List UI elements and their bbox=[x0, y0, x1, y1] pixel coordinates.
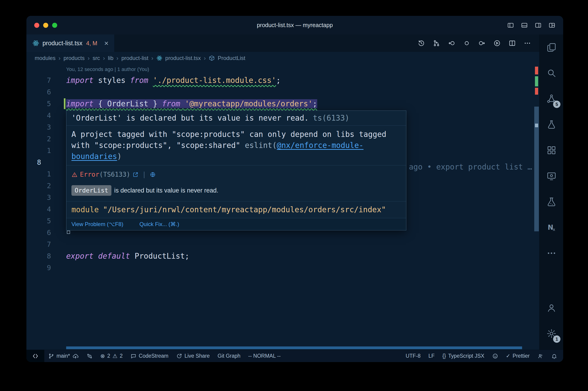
line-number[interactable]: 7 bbox=[26, 240, 66, 248]
person-broadcast-icon bbox=[537, 353, 543, 359]
smiley-icon bbox=[492, 353, 498, 359]
code-line[interactable]: 9 bbox=[26, 262, 539, 274]
bell-icon bbox=[551, 353, 557, 359]
line-number[interactable]: 4 bbox=[26, 111, 66, 119]
activity-testing[interactable] bbox=[540, 112, 563, 137]
line-number[interactable]: 6 bbox=[26, 229, 66, 237]
svg-text:x: x bbox=[553, 227, 555, 232]
activity-search[interactable] bbox=[540, 60, 563, 86]
code-line[interactable]: 8export default ProductList; bbox=[26, 250, 539, 262]
close-button[interactable] bbox=[34, 23, 39, 28]
error-label: Error bbox=[80, 171, 99, 178]
hover-actions: View Problem (⌥F8) Quick Fix... (⌘.) bbox=[66, 218, 406, 230]
code-line[interactable]: 6 bbox=[26, 86, 539, 98]
remote-indicator[interactable] bbox=[26, 350, 44, 362]
account-icon bbox=[546, 303, 557, 313]
activity-extensions[interactable] bbox=[540, 137, 563, 163]
language-status[interactable]: {} TypeScript JSX bbox=[438, 350, 488, 362]
presence-status[interactable] bbox=[534, 350, 547, 362]
tab-close-icon[interactable]: × bbox=[104, 39, 109, 47]
compare-status[interactable] bbox=[83, 350, 96, 362]
line-number[interactable]: 3 bbox=[26, 123, 66, 131]
window-title: product-list.tsx — myreactapp bbox=[26, 22, 563, 28]
chevron-right-icon: › bbox=[87, 55, 89, 62]
live-share-status[interactable]: Live Share bbox=[172, 350, 214, 362]
activity-accounts[interactable] bbox=[540, 295, 563, 321]
code-line[interactable]: 7 bbox=[26, 238, 539, 250]
tab-product-list[interactable]: product-list.tsx 4, M × bbox=[26, 34, 115, 52]
breadcrumb-item[interactable]: ProductList bbox=[218, 55, 245, 61]
navigate-back-icon[interactable] bbox=[448, 39, 455, 47]
line-number[interactable]: 8 bbox=[26, 252, 66, 260]
braces-icon: {} bbox=[442, 353, 446, 359]
warnings-icon: ⚠ bbox=[113, 353, 118, 359]
prettier-status[interactable]: ✓ Prettier bbox=[502, 350, 534, 362]
line-number[interactable]: 1 bbox=[26, 147, 66, 155]
breadcrumb-item[interactable]: product-list bbox=[121, 55, 148, 61]
activity-settings[interactable]: 1 bbox=[540, 321, 563, 346]
activity-remote-explorer[interactable] bbox=[540, 163, 563, 189]
globe-icon[interactable] bbox=[150, 172, 156, 178]
encoding-status[interactable]: UTF-8 bbox=[402, 350, 424, 362]
line-number[interactable]: 8 bbox=[26, 158, 66, 166]
line-number[interactable]: 6 bbox=[26, 88, 66, 96]
open-external-icon[interactable] bbox=[133, 172, 139, 178]
run-icon[interactable] bbox=[493, 39, 501, 47]
view-problem-action[interactable]: View Problem (⌥F8) bbox=[72, 220, 123, 228]
codestream-status[interactable]: CodeStream bbox=[127, 350, 172, 362]
search-icon bbox=[546, 68, 557, 78]
line-number[interactable]: 5 bbox=[26, 217, 66, 225]
code-line[interactable]: 5import { OrderList } from '@myreactapp/… bbox=[26, 98, 539, 109]
toggle-secondary-sidebar-icon[interactable] bbox=[535, 22, 542, 29]
zoom-button[interactable] bbox=[52, 23, 57, 28]
line-number[interactable]: 3 bbox=[26, 194, 66, 201]
breadcrumb-item[interactable]: lib bbox=[108, 55, 113, 61]
feedback-smiley[interactable] bbox=[488, 350, 502, 362]
notifications[interactable] bbox=[547, 350, 563, 362]
line-number[interactable]: 2 bbox=[26, 182, 66, 190]
line-number[interactable]: 1 bbox=[26, 170, 66, 178]
minimize-button[interactable] bbox=[43, 23, 48, 28]
cursor-marker bbox=[535, 124, 538, 127]
line-number[interactable]: 5 bbox=[26, 100, 66, 108]
customize-layout-icon[interactable] bbox=[549, 22, 555, 29]
overview-ruler bbox=[534, 64, 539, 350]
breadcrumb-item[interactable]: product-list.tsx bbox=[165, 55, 201, 61]
activity-lab[interactable] bbox=[540, 189, 563, 214]
separator: | bbox=[142, 171, 146, 179]
breadcrumb-item[interactable]: modules bbox=[35, 55, 56, 61]
line-number[interactable]: 7 bbox=[26, 76, 66, 84]
split-editor-icon[interactable] bbox=[508, 39, 516, 47]
pull-request-icon[interactable] bbox=[433, 39, 440, 47]
breadcrumb-item[interactable]: src bbox=[92, 55, 100, 61]
codelens-blame[interactable]: You, 12 seconds ago | 1 author (You) bbox=[26, 64, 539, 74]
navigate-forward-icon[interactable] bbox=[478, 39, 486, 47]
eol-status[interactable]: LF bbox=[424, 350, 438, 362]
toggle-panel-icon[interactable] bbox=[521, 22, 528, 29]
branch-status[interactable]: main* bbox=[44, 350, 83, 362]
diagnostic-source: eslint( bbox=[245, 141, 277, 150]
hover-widget: 'OrderList' is declared but its value is… bbox=[66, 110, 406, 230]
history-icon[interactable] bbox=[418, 39, 425, 47]
hover-resize-grip[interactable] bbox=[67, 231, 70, 234]
line-number[interactable]: 9 bbox=[26, 264, 66, 272]
more-actions-icon[interactable] bbox=[524, 39, 531, 47]
line-number[interactable]: 2 bbox=[26, 135, 66, 143]
record-icon[interactable] bbox=[463, 39, 470, 47]
toggle-primary-sidebar-icon[interactable] bbox=[507, 22, 514, 29]
breadcrumb-item[interactable]: products bbox=[63, 55, 84, 61]
activity-explorer[interactable] bbox=[540, 34, 563, 60]
activity-graph[interactable]: 5 bbox=[540, 86, 563, 112]
quick-fix-action[interactable]: Quick Fix... (⌘.) bbox=[139, 220, 179, 228]
activity-more[interactable] bbox=[540, 240, 563, 266]
code-line[interactable]: 7import styles from './product-list.modu… bbox=[26, 74, 539, 86]
horizontal-scrollbar[interactable] bbox=[66, 346, 522, 349]
line-number[interactable]: 4 bbox=[26, 205, 66, 213]
code-editor[interactable]: You, 12 seconds ago | 1 author (You) 7im… bbox=[26, 64, 539, 350]
git-graph-status[interactable]: Git Graph bbox=[214, 350, 244, 362]
code-text: export default ProductList; bbox=[66, 252, 539, 261]
activity-bar: 5 Nx 1 bbox=[539, 34, 563, 350]
problems-status[interactable]: ⊗ 2 ⚠ 2 bbox=[96, 350, 127, 362]
diagnostic-source-close: ) bbox=[117, 152, 122, 161]
activity-nx-console[interactable]: Nx bbox=[540, 214, 563, 240]
